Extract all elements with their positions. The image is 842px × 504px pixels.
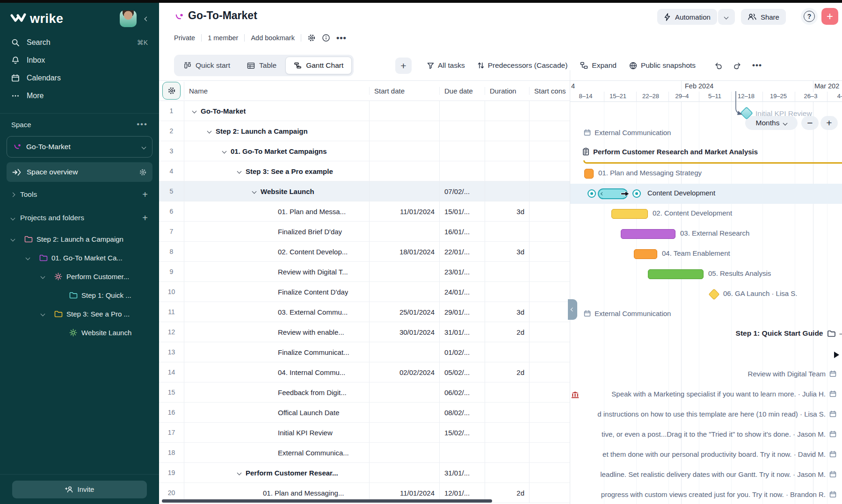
- gantt-project-label[interactable]: Step 1: Quick Start Guide—: [736, 329, 842, 338]
- due-date-cell[interactable]: 01/02/...: [440, 342, 485, 362]
- tree-item[interactable]: Perform Customer...: [0, 267, 159, 286]
- start-date-cell[interactable]: [370, 282, 440, 302]
- sidebar-item-calendars[interactable]: Calendars: [0, 69, 159, 87]
- start-date-cell[interactable]: 30/01/2024: [370, 322, 440, 342]
- gantt-bar[interactable]: [621, 229, 675, 239]
- start-date-cell[interactable]: [370, 342, 440, 362]
- table-row[interactable]: 802. Content Develop...18/01/202422/01/.…: [159, 242, 570, 262]
- start-constraint-cell[interactable]: [530, 101, 570, 121]
- duration-cell[interactable]: [485, 403, 530, 422]
- gantt-task-label[interactable]: d instructions on how to use this templa…: [597, 410, 836, 418]
- due-date-cell[interactable]: 16/01/...: [440, 222, 485, 241]
- task-name[interactable]: Go-To-Market: [201, 107, 246, 115]
- start-constraint-cell[interactable]: [530, 262, 570, 281]
- due-date-cell[interactable]: [440, 443, 485, 462]
- due-date-cell[interactable]: 24/01/...: [440, 282, 485, 302]
- column-header-name[interactable]: Name: [184, 87, 370, 95]
- avatar[interactable]: [120, 10, 137, 27]
- task-name[interactable]: External Communica...: [278, 449, 349, 457]
- duration-cell[interactable]: [485, 181, 530, 201]
- due-date-cell[interactable]: 22/01/...: [440, 242, 485, 261]
- tree-item[interactable]: 01. Go-To Market Ca...: [0, 248, 159, 267]
- start-constraint-cell[interactable]: [530, 202, 570, 221]
- add-view-button[interactable]: +: [395, 58, 412, 74]
- table-row[interactable]: 2Step 2: Launch a Campaign: [159, 121, 570, 141]
- start-constraint-cell[interactable]: [530, 302, 570, 322]
- table-row[interactable]: 5Website Launch07/02/...: [159, 181, 570, 202]
- redo-icon[interactable]: [733, 62, 742, 70]
- automation-dropdown-button[interactable]: [718, 9, 735, 25]
- start-constraint-cell[interactable]: [530, 141, 570, 161]
- add-bookmark-link[interactable]: Add bookmark: [251, 34, 295, 42]
- start-constraint-cell[interactable]: [530, 382, 570, 402]
- column-header-duration[interactable]: Duration: [485, 87, 530, 95]
- gantt-task-label[interactable]: External Communication: [584, 129, 671, 137]
- help-button[interactable]: ?: [801, 8, 818, 25]
- tree-item[interactable]: Website Launch: [0, 323, 159, 342]
- row-expand-chevron-icon[interactable]: [207, 129, 212, 133]
- start-constraint-cell[interactable]: [530, 181, 570, 201]
- due-date-cell[interactable]: [440, 121, 485, 141]
- tree-item[interactable]: Step 1: Quick ...: [0, 286, 159, 304]
- create-button[interactable]: +: [821, 8, 838, 25]
- due-date-cell[interactable]: 05/02/...: [440, 362, 485, 382]
- gantt-task-label[interactable]: External Communication: [584, 310, 671, 317]
- tree-item[interactable]: Step 3: See a Pro ...: [0, 304, 159, 323]
- start-constraint-cell[interactable]: [530, 222, 570, 241]
- row-expand-chevron-icon[interactable]: [192, 108, 197, 113]
- column-header-start-date[interactable]: Start date: [370, 87, 440, 95]
- due-date-cell[interactable]: 15/01/...: [440, 202, 485, 221]
- table-row[interactable]: 1404. Internal Commu...02/02/202405/02/.…: [159, 362, 570, 382]
- start-constraint-cell[interactable]: [530, 282, 570, 302]
- table-row[interactable]: 15Feedback from Digit...06/02/...: [159, 382, 570, 403]
- zoom-out-button[interactable]: −: [801, 116, 819, 130]
- due-date-cell[interactable]: [440, 141, 485, 161]
- task-name[interactable]: Finalized Brief D'day: [278, 228, 342, 236]
- table-row[interactable]: 17Initial KPI Review15/02/...: [159, 423, 570, 443]
- table-row[interactable]: 9Review with Digital T...23/01/...: [159, 262, 570, 282]
- task-name[interactable]: 03. External Commu...: [278, 308, 348, 316]
- scroll-right-arrow-icon[interactable]: [834, 352, 839, 358]
- sidebar-item-tools[interactable]: Tools +: [0, 184, 159, 205]
- duration-cell[interactable]: [485, 101, 530, 121]
- due-date-cell[interactable]: 23/01/...: [440, 262, 485, 281]
- tree-chevron-icon[interactable]: [41, 274, 45, 279]
- sidebar-item-inbox[interactable]: Inbox: [0, 51, 159, 69]
- start-date-cell[interactable]: 18/01/2024: [370, 242, 440, 261]
- settings-gear-icon[interactable]: [307, 34, 316, 42]
- sidebar-item-projects-folders[interactable]: Projects and folders +: [0, 207, 159, 229]
- table-row[interactable]: 19Perform Customer Resear...31/01/...: [159, 463, 570, 483]
- task-name[interactable]: Review with Digital T...: [278, 268, 348, 276]
- start-constraint-cell[interactable]: [530, 483, 570, 503]
- table-row[interactable]: 301. Go-To Market Campaigns: [159, 141, 570, 161]
- start-constraint-cell[interactable]: [530, 443, 570, 462]
- row-expand-chevron-icon[interactable]: [252, 189, 257, 194]
- gantt-milestone-diamond[interactable]: [708, 288, 719, 300]
- undo-icon[interactable]: [714, 62, 723, 70]
- gantt-task-label[interactable]: tive, or even a post...Drag it to the "T…: [602, 430, 836, 438]
- start-date-cell[interactable]: 11/01/2024: [370, 202, 440, 221]
- tree-chevron-icon[interactable]: [41, 311, 45, 316]
- projects-add-icon[interactable]: +: [142, 213, 148, 223]
- panel-splitter-handle[interactable]: [568, 299, 577, 320]
- table-row[interactable]: 4Step 3: See a Pro example: [159, 161, 570, 181]
- tab-quick-start[interactable]: Quick start: [176, 57, 238, 74]
- table-row[interactable]: 1Go-To-Market: [159, 101, 570, 121]
- due-date-cell[interactable]: 31/01/...: [440, 463, 485, 482]
- start-date-cell[interactable]: [370, 423, 440, 442]
- start-date-cell[interactable]: 25/01/2024: [370, 302, 440, 322]
- duration-cell[interactable]: 3d: [485, 202, 530, 221]
- toolbar-more-icon[interactable]: •••: [752, 61, 762, 70]
- sidebar-item-search[interactable]: Search⌘K: [0, 34, 159, 51]
- duration-cell[interactable]: 3d: [485, 242, 530, 261]
- duration-cell[interactable]: [485, 141, 530, 161]
- due-date-cell[interactable]: [440, 101, 485, 121]
- start-date-cell[interactable]: [370, 141, 440, 161]
- duration-cell[interactable]: [485, 161, 530, 181]
- due-date-cell[interactable]: 06/02/...: [440, 382, 485, 402]
- duration-cell[interactable]: [485, 262, 530, 281]
- start-constraint-cell[interactable]: [530, 403, 570, 422]
- start-constraint-cell[interactable]: [530, 342, 570, 362]
- duration-cell[interactable]: [485, 222, 530, 241]
- table-row[interactable]: 7Finalized Brief D'day16/01/...: [159, 222, 570, 242]
